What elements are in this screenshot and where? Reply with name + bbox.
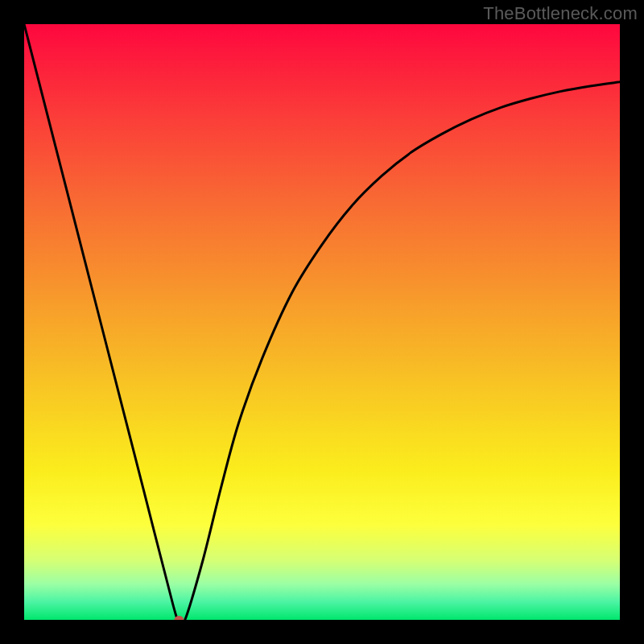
chart-frame: TheBottleneck.com <box>0 0 644 644</box>
watermark-text: TheBottleneck.com <box>483 3 638 24</box>
bottleneck-chart <box>24 24 620 620</box>
gradient-background <box>24 24 620 620</box>
plot-area <box>24 24 620 620</box>
